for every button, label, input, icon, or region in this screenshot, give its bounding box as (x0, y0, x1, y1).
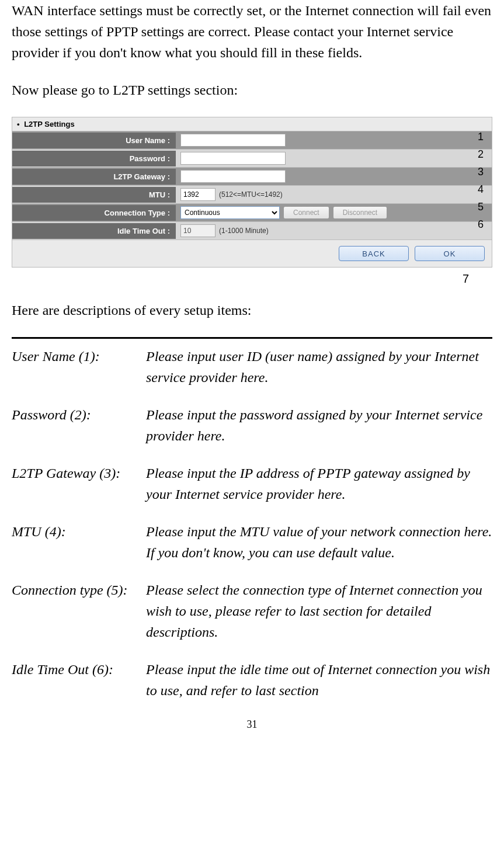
desc-row-username: User Name (1): Please input user ID (use… (12, 346, 492, 388)
back-button[interactable]: BACK (339, 246, 409, 261)
annotation-7: 7 (12, 272, 492, 286)
annotation-5: 5 (478, 200, 484, 213)
desc-text-password: Please input the password assigned by yo… (146, 404, 492, 446)
description-table: User Name (1): Please input user ID (use… (12, 346, 492, 701)
panel-button-row: BACK OK (12, 240, 492, 267)
desc-label-password: Password (2): (12, 404, 146, 446)
label-password: Password : (12, 151, 176, 166)
row-mtu: MTU : (512<=MTU<=1492) (12, 186, 492, 204)
annotation-6: 6 (478, 218, 484, 231)
page-number: 31 (12, 718, 492, 731)
desc-text-idle: Please input the idle time out of Intern… (146, 659, 492, 701)
desc-text-gateway: Please input the IP address of PPTP gate… (146, 463, 492, 505)
desc-row-idle: Idle Time Out (6): Please input the idle… (12, 659, 492, 701)
input-gateway[interactable] (180, 170, 286, 183)
annotation-1: 1 (478, 130, 484, 143)
input-idle-timeout (180, 224, 215, 237)
desc-label-username: User Name (1): (12, 346, 146, 388)
desc-text-connection: Please select the connection type of Int… (146, 579, 492, 643)
annotation-4: 4 (478, 183, 484, 196)
select-connection-type[interactable]: Continuous (180, 206, 280, 219)
row-idle-timeout: Idle Time Out : (1-1000 Minute) (12, 222, 492, 240)
desc-row-connection: Connection type (5): Please select the c… (12, 579, 492, 643)
input-username[interactable] (180, 134, 286, 147)
desc-label-idle: Idle Time Out (6): (12, 659, 146, 701)
disconnect-button: Disconnect (333, 206, 387, 219)
divider (12, 337, 492, 339)
hint-idle-timeout: (1-1000 Minute) (219, 227, 269, 235)
row-password: Password : (12, 150, 492, 168)
label-mtu: MTU : (12, 187, 176, 203)
label-gateway: L2TP Gateway : (12, 169, 176, 185)
desc-label-mtu: MTU (4): (12, 521, 146, 563)
row-username: User Name : (12, 131, 492, 150)
desc-label-gateway: L2TP Gateway (3): (12, 463, 146, 505)
desc-row-mtu: MTU (4): Please input the MTU value of y… (12, 521, 492, 563)
l2tp-settings-panel: L2TP Settings User Name : Password : L2T… (12, 117, 492, 268)
hint-mtu: (512<=MTU<=1492) (219, 190, 283, 199)
desc-text-username: Please input user ID (user name) assigne… (146, 346, 492, 388)
desc-label-connection: Connection type (5): (12, 579, 146, 643)
desc-intro: Here are descriptions of every setup ite… (12, 300, 492, 321)
row-connection-type: Connection Type : Continuous Connect Dis… (12, 204, 492, 222)
connect-button: Connect (283, 206, 329, 219)
label-username: User Name : (12, 133, 176, 148)
row-gateway: L2TP Gateway : (12, 168, 492, 186)
desc-row-password: Password (2): Please input the password … (12, 404, 492, 446)
intro-paragraph-2: Now please go to L2TP settings section: (12, 79, 492, 100)
input-mtu[interactable] (180, 188, 215, 201)
annotation-2: 2 (478, 148, 484, 161)
annotation-column: 1 2 3 4 5 6 (478, 130, 484, 231)
input-password[interactable] (180, 152, 286, 165)
desc-row-gateway: L2TP Gateway (3): Please input the IP ad… (12, 463, 492, 505)
intro-paragraph-1: WAN interface settings must be correctly… (12, 0, 492, 63)
label-idle-timeout: Idle Time Out : (12, 223, 176, 239)
settings-rows: User Name : Password : L2TP Gateway : MT… (12, 131, 492, 240)
panel-header: L2TP Settings (12, 117, 492, 131)
desc-text-mtu: Please input the MTU value of your netwo… (146, 521, 492, 563)
label-connection-type: Connection Type : (12, 205, 176, 221)
annotation-3: 3 (478, 165, 484, 178)
ok-button[interactable]: OK (415, 246, 485, 261)
